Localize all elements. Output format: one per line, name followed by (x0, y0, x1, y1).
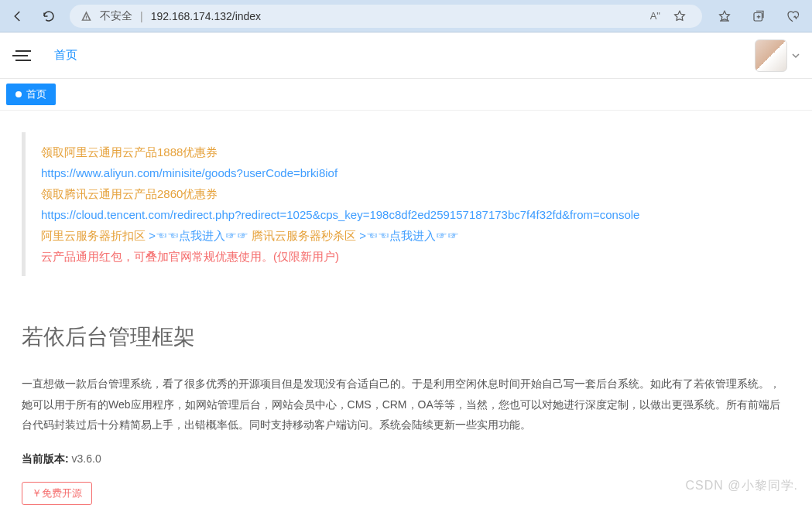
tab-bar: 首页 (0, 79, 812, 111)
insecure-icon (81, 10, 92, 22)
page-content: 领取阿里云通用云产品1888优惠券 https://www.aliyun.com… (0, 111, 812, 505)
promo-aliyun-coupon-label: 领取阿里云通用云产品1888优惠券 (41, 142, 790, 162)
svg-rect-1 (86, 19, 87, 19)
user-menu-caret-icon[interactable] (792, 49, 800, 62)
tencent-servers-label: 腾讯云服务器秒杀区 (252, 229, 356, 242)
promo-tencent-coupon-label: 领取腾讯云通用云产品2860优惠券 (41, 183, 790, 204)
promo-server-line: 阿里云服务器折扣区 >☜☜点我进入☞☞ 腾讯云服务器秒杀区 >☜☜点我进入☞☞ (41, 225, 790, 246)
enter-link-1[interactable]: >☜☜点我进入☞☞ (146, 229, 252, 242)
insecure-label: 不安全 (100, 9, 132, 23)
favorites-list-icon[interactable] (713, 5, 736, 28)
breadcrumb[interactable]: 首页 (54, 48, 77, 63)
version-line: 当前版本: v3.6.0 (22, 452, 790, 466)
divider: | (140, 10, 143, 22)
aliyun-servers-label: 阿里云服务器折扣区 (41, 229, 146, 242)
avatar[interactable] (755, 39, 787, 72)
promo-block: 领取阿里云通用云产品1888优惠券 https://www.aliyun.com… (22, 132, 790, 276)
svg-rect-0 (86, 16, 87, 19)
menu-toggle-icon[interactable] (12, 46, 31, 65)
tab-active-dot-icon (15, 91, 22, 97)
promo-red-note: 云产品通用红包，可叠加官网常规优惠使用。(仅限新用户) (41, 246, 790, 267)
favorite-icon[interactable] (668, 5, 691, 28)
version-label: 当前版本: (22, 452, 69, 465)
free-open-source-button[interactable]: ￥免费开源 (22, 482, 92, 505)
page-description: 一直想做一款后台管理系统，看了很多优秀的开源项目但是发现没有合适自己的。于是利用… (22, 374, 790, 435)
tab-home[interactable]: 首页 (6, 84, 56, 105)
browser-toolbar: 不安全 | 192.168.174.132/index A" (0, 0, 812, 32)
version-value: v3.6.0 (72, 452, 101, 465)
health-icon[interactable] (781, 5, 804, 28)
page-title: 若依后台管理框架 (22, 322, 790, 352)
text-size-icon[interactable]: A" (650, 10, 660, 22)
tab-label: 首页 (26, 87, 46, 101)
app-header: 首页 (0, 32, 812, 79)
refresh-button[interactable] (39, 6, 59, 26)
back-button[interactable] (8, 6, 28, 26)
promo-aliyun-link[interactable]: https://www.aliyun.com/minisite/goods?us… (41, 162, 790, 183)
address-bar[interactable]: 不安全 | 192.168.174.132/index A" (70, 5, 702, 28)
url-text: 192.168.174.132/index (151, 10, 261, 22)
collections-icon[interactable] (747, 5, 770, 28)
promo-tencent-link[interactable]: https://cloud.tencent.com/redirect.php?r… (41, 204, 790, 225)
enter-link-2[interactable]: >☜☜点我进入☞☞ (356, 229, 459, 242)
